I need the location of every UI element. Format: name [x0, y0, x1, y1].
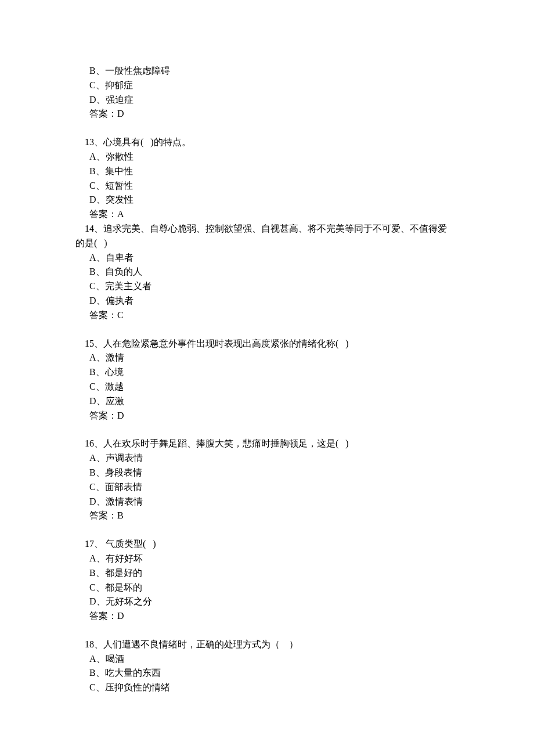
q14-answer: 答案：C: [75, 308, 470, 323]
q14-question-line1: 14、追求完美、自尊心脆弱、控制欲望强、自视甚高、将不完美等同于不可爱、不值得爱: [75, 222, 470, 236]
q17-answer: 答案：D: [75, 609, 470, 624]
blank-spacer: [75, 323, 470, 337]
q12-option-d: D、强迫症: [75, 93, 470, 107]
q17-option-b: B、都是好的: [75, 566, 470, 581]
q13-option-c: C、短暂性: [75, 179, 470, 193]
q17-question: 17、 气质类型( ): [75, 537, 470, 552]
q15-option-d: D、应激: [75, 394, 470, 409]
q14-option-d: D、偏执者: [75, 294, 470, 308]
q17-option-a: A、有好好坏: [75, 552, 470, 566]
q16-option-c: C、面部表情: [75, 480, 470, 495]
q14-option-a: A、自卑者: [75, 251, 470, 265]
q15-option-a: A、激情: [75, 351, 470, 365]
q18-option-b: B、吃大量的东西: [75, 666, 470, 681]
q15-answer: 答案：D: [75, 409, 470, 423]
q16-option-b: B、身段表情: [75, 466, 470, 480]
blank-spacer: [75, 624, 470, 638]
q14-option-c: C、完美主义者: [75, 279, 470, 294]
q16-answer: 答案：B: [75, 509, 470, 523]
q18-question: 18、人们遭遇不良情绪时，正确的处理方式为（ ）: [75, 638, 470, 652]
q12-option-b: B、一般性焦虑障碍: [75, 64, 470, 78]
q18-option-c: C、压抑负性的情绪: [75, 681, 470, 695]
q17-option-c: C、都是坏的: [75, 581, 470, 595]
q16-option-d: D、激情表情: [75, 495, 470, 509]
q14-option-b: B、自负的人: [75, 265, 470, 279]
q16-option-a: A、声调表情: [75, 451, 470, 466]
blank-spacer: [75, 121, 470, 135]
q13-option-b: B、集中性: [75, 164, 470, 179]
q15-option-c: C、激越: [75, 380, 470, 394]
q15-option-b: B、心境: [75, 365, 470, 380]
q14-question-line2: 的是( ): [75, 236, 470, 251]
q13-option-d: D、突发性: [75, 193, 470, 207]
q13-answer: 答案：A: [75, 207, 470, 222]
q13-option-a: A、弥散性: [75, 150, 470, 164]
blank-spacer: [75, 423, 470, 437]
q18-option-a: A、喝酒: [75, 652, 470, 667]
blank-spacer: [75, 523, 470, 537]
q16-question: 16、人在欢乐时手舞足蹈、捧腹大笑，悲痛时捶胸顿足，这是( ): [75, 437, 470, 451]
q13-question: 13、心境具有( )的特点。: [75, 135, 470, 150]
q12-answer: 答案：D: [75, 107, 470, 121]
q15-question: 15、人在危险紧急意外事件出现时表现出高度紧张的情绪化称( ): [75, 337, 470, 351]
q12-option-c: C、抑郁症: [75, 78, 470, 93]
q17-option-d: D、无好坏之分: [75, 595, 470, 609]
